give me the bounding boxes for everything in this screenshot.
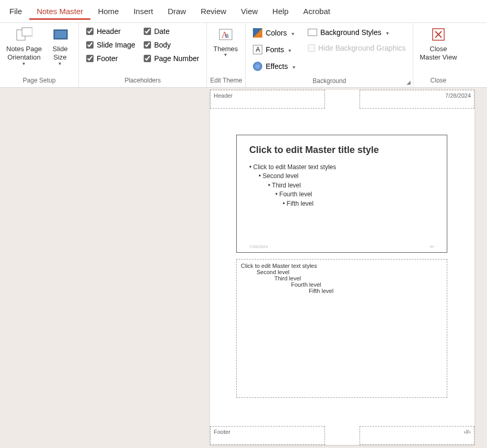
tab-acrobat[interactable]: Acrobat — [296, 3, 338, 20]
checkbox-page-number-label: Page Number — [154, 54, 199, 63]
slide-page-number: ‹#› — [429, 244, 434, 249]
slide-body-l1: Click to edit Master text styles — [249, 163, 434, 172]
checkbox-slide-image-label: Slide Image — [97, 41, 135, 49]
hide-background-graphics-label: Hide Background Graphics — [318, 44, 405, 52]
background-dialog-launcher[interactable]: ◢ — [407, 79, 411, 85]
svg-text:a: a — [225, 32, 229, 39]
page-number-placeholder[interactable]: ‹#› — [360, 426, 474, 445]
slide-size-button[interactable]: Slide Size ▾ — [45, 24, 75, 68]
tab-home[interactable]: Home — [90, 3, 126, 20]
fonts-label: Fonts — [265, 45, 284, 54]
tab-notes-master[interactable]: Notes Master — [29, 3, 90, 20]
close-master-view-button[interactable]: Close Master View — [416, 24, 460, 64]
notes-master-page[interactable]: Header 7/28/2024 Click to edit Master ti… — [210, 90, 474, 445]
tab-file[interactable]: File — [2, 3, 29, 20]
group-background: Colors A Fonts Effects Background Styles — [246, 23, 413, 87]
checkbox-footer-label: Footer — [97, 54, 118, 63]
chevron-down-icon: ▾ — [22, 61, 25, 66]
colors-button[interactable]: Colors — [250, 26, 298, 40]
date-placeholder[interactable]: 7/28/2024 — [360, 90, 474, 109]
colors-label: Colors — [265, 29, 286, 37]
editing-canvas[interactable]: Header 7/28/2024 Click to edit Master ti… — [0, 88, 487, 448]
slide-body-l3: Third level — [268, 181, 434, 190]
themes-button[interactable]: Aa Themes ▾ — [210, 24, 241, 60]
svg-rect-1 — [22, 28, 32, 36]
notes-l3: Third level — [274, 275, 443, 281]
notes-l4: Fourth level — [291, 281, 443, 288]
notes-l2: Second level — [257, 269, 443, 275]
slide-size-icon — [52, 26, 68, 43]
slide-body-l5: Fifth level — [283, 199, 434, 208]
notes-body-placeholder[interactable]: Click to edit Master text styles Second … — [236, 259, 447, 398]
group-close: Close Master View Close — [413, 23, 463, 87]
group-placeholders: Header Slide Image Footer Date Body Page… — [79, 23, 207, 87]
header-placeholder[interactable]: Header — [210, 90, 325, 109]
tab-view[interactable]: View — [234, 3, 265, 20]
group-label-edit-theme: Edit Theme — [210, 75, 242, 87]
group-label-placeholders: Placeholders — [82, 75, 203, 87]
themes-icon: Aa — [217, 26, 234, 43]
ribbon: Notes Page Orientation ▾ Slide Size ▾ Pa… — [0, 23, 487, 88]
close-master-label: Close Master View — [420, 45, 457, 62]
effects-button[interactable]: Effects — [250, 60, 298, 73]
slide-title: Click to edit Master title style — [249, 145, 434, 156]
checkbox-slide-image[interactable]: Slide Image — [86, 41, 135, 49]
background-styles-icon — [308, 29, 317, 36]
checkbox-body[interactable]: Body — [144, 41, 199, 49]
group-label-background: Background — [249, 75, 410, 88]
chevron-down-icon — [385, 28, 389, 37]
slide-body-l4: Fourth level — [275, 190, 434, 199]
slide-body-l2: Second level — [259, 172, 434, 181]
background-styles-label: Background Styles — [320, 28, 381, 37]
slide-size-label: Slide Size — [52, 45, 67, 62]
fonts-button[interactable]: A Fonts — [250, 43, 298, 56]
slide-image-placeholder[interactable]: Click to edit Master title style Click t… — [236, 135, 447, 253]
group-label-close: Close — [416, 75, 460, 87]
tab-help[interactable]: Help — [265, 3, 296, 20]
checkbox-footer[interactable]: Footer — [86, 54, 135, 63]
chevron-down-icon — [287, 45, 291, 54]
slide-body: Click to edit Master text styles Second … — [249, 163, 434, 208]
notes-l1: Click to edit Master text styles — [241, 263, 443, 269]
slide-date: 7/28/2024 — [249, 244, 268, 249]
footer-placeholder[interactable]: Footer — [210, 426, 325, 445]
group-page-setup: Notes Page Orientation ▾ Slide Size ▾ Pa… — [0, 23, 79, 87]
orientation-icon — [16, 26, 32, 43]
tab-bar: File Notes Master Home Insert Draw Revie… — [0, 0, 487, 23]
checkbox-date-label: Date — [154, 27, 170, 36]
effects-icon — [253, 62, 262, 71]
chevron-down-icon: ▾ — [59, 61, 61, 66]
chevron-down-icon — [290, 29, 294, 37]
effects-label: Effects — [265, 62, 288, 70]
checkbox-date[interactable]: Date — [144, 27, 199, 36]
notes-page-orientation-button[interactable]: Notes Page Orientation ▾ — [3, 24, 45, 68]
group-label-page-setup: Page Setup — [3, 75, 75, 87]
colors-icon — [253, 28, 262, 38]
background-styles-button[interactable]: Background Styles — [305, 26, 409, 39]
chevron-down-icon — [291, 62, 295, 70]
checkbox-page-number[interactable]: Page Number — [144, 54, 199, 63]
checkbox-header-label: Header — [97, 27, 121, 36]
fonts-icon: A — [253, 45, 262, 54]
checkbox-body-label: Body — [154, 41, 171, 49]
svg-rect-3 — [55, 31, 66, 38]
checkbox-header[interactable]: Header — [86, 27, 135, 36]
tab-draw[interactable]: Draw — [160, 3, 193, 20]
orientation-label: Notes Page Orientation — [6, 45, 42, 62]
tab-review[interactable]: Review — [193, 3, 234, 20]
chevron-down-icon: ▾ — [224, 52, 227, 57]
hide-background-graphics-checkbox: Hide Background Graphics — [305, 42, 409, 54]
close-icon — [430, 26, 447, 43]
group-edit-theme: Aa Themes ▾ Edit Theme — [207, 23, 246, 87]
notes-l5: Fifth level — [309, 288, 443, 294]
tab-insert[interactable]: Insert — [126, 3, 160, 20]
